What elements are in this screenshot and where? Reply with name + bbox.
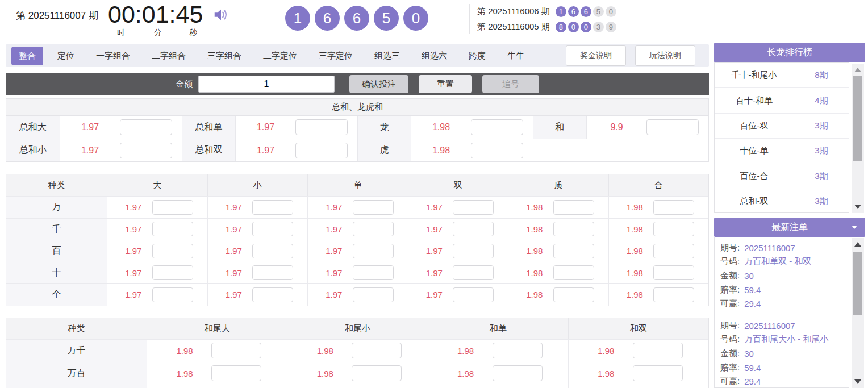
dragon-rank-row[interactable]: 百位-合3期 xyxy=(715,164,849,189)
odds-value: 1.97 xyxy=(422,246,446,256)
rules-info-button[interactable]: 玩法说明 xyxy=(635,45,695,66)
bet-amount-input[interactable] xyxy=(633,343,683,358)
order-entry: 期号:20251116007号码:万百和尾大小 - 和尾小金额:30赔率:59.… xyxy=(715,315,849,388)
play-tab[interactable]: 跨度 xyxy=(461,47,493,65)
order-field-label: 金额: xyxy=(720,348,740,359)
scrollbar[interactable] xyxy=(852,238,864,388)
dragon-rank-row[interactable]: 十位-单3期 xyxy=(715,139,849,164)
bet-amount-input[interactable] xyxy=(471,119,523,135)
play-tab[interactable]: 三字组合 xyxy=(200,47,249,65)
play-tab[interactable]: 定位 xyxy=(50,47,82,65)
chase-number-button[interactable]: 追号 xyxy=(482,75,539,93)
prize-info-button[interactable]: 奖金说明 xyxy=(566,45,626,66)
bet-amount-input[interactable] xyxy=(295,143,348,158)
bet-amount-input[interactable] xyxy=(453,244,494,258)
odds-value: 1.98 xyxy=(313,346,337,356)
bet-amount-input[interactable] xyxy=(653,200,694,215)
bet-amount-input[interactable] xyxy=(252,287,293,302)
bet-amount-input[interactable] xyxy=(353,287,394,302)
bet-amount-input[interactable] xyxy=(653,265,694,280)
bet-amount-input[interactable] xyxy=(471,143,523,158)
bet-cell: 1.98 xyxy=(287,340,428,362)
bet-cell: 1.98 xyxy=(428,340,569,362)
bet-amount-input[interactable] xyxy=(353,244,394,258)
bet-amount-input[interactable] xyxy=(453,222,494,236)
bet-amount-input[interactable] xyxy=(252,265,293,280)
bet-amount-input[interactable] xyxy=(453,200,494,215)
play-tab[interactable]: 二字定位 xyxy=(256,47,304,65)
bet-amount-input[interactable] xyxy=(211,365,261,381)
dragon-rank-row[interactable]: 总和-双3期 xyxy=(715,189,849,213)
order-win-line: 可赢:29.4 xyxy=(720,374,849,388)
bet-amount-input[interactable] xyxy=(553,244,594,258)
bet-amount-input[interactable] xyxy=(211,343,261,358)
bet-amount-input[interactable] xyxy=(353,222,394,236)
play-tab[interactable]: 一字组合 xyxy=(89,47,137,65)
bet-amount-input[interactable] xyxy=(646,119,699,135)
bet-amount-input[interactable] xyxy=(453,265,494,280)
scrollbar[interactable] xyxy=(852,64,864,213)
bet-amount-input[interactable] xyxy=(252,244,293,258)
bet-amount-input[interactable] xyxy=(493,365,542,381)
bet-amount-input[interactable] xyxy=(152,200,193,215)
draw-history: 第 20251116006 期16650第 20251116005 期80039 xyxy=(477,4,616,35)
scroll-up-arrow[interactable] xyxy=(854,242,861,247)
bet-cell: 1.98 xyxy=(147,340,287,362)
history-ball: 9 xyxy=(606,22,616,32)
play-tab[interactable]: 组选三 xyxy=(367,47,407,65)
order-field-value: 20251116007 xyxy=(744,321,795,331)
bet-amount-input[interactable] xyxy=(120,119,172,135)
speaker-icon[interactable] xyxy=(212,6,229,23)
bet-amount-input[interactable] xyxy=(453,287,494,302)
bet-amount-input[interactable] xyxy=(653,287,694,302)
scroll-down-arrow[interactable] xyxy=(854,379,861,384)
play-tab[interactable]: 组选六 xyxy=(414,47,454,65)
dragon-rank-row[interactable]: 百位-双3期 xyxy=(715,114,849,139)
order-field-label: 期号: xyxy=(720,243,740,253)
bet-amount-input[interactable] xyxy=(152,287,193,302)
scroll-thumb[interactable] xyxy=(853,76,862,161)
scroll-up-arrow[interactable] xyxy=(854,68,861,72)
play-tab[interactable]: 牛牛 xyxy=(500,47,532,65)
bet-amount-input[interactable] xyxy=(633,365,683,381)
bet-amount-input[interactable] xyxy=(152,222,193,236)
bet-amount-input[interactable] xyxy=(553,200,594,215)
order-field-value: 59.4 xyxy=(744,285,761,295)
bet-amount-input[interactable] xyxy=(120,143,172,158)
order-field-label: 期号: xyxy=(720,320,740,331)
amount-input[interactable] xyxy=(198,76,335,93)
bet-amount-input[interactable] xyxy=(553,265,594,280)
bet-amount-input[interactable] xyxy=(252,222,293,236)
play-tab[interactable]: 三字定位 xyxy=(311,47,360,65)
bet-cell: 1.97 xyxy=(408,197,509,218)
odds-value: 1.98 xyxy=(523,246,546,256)
bet-amount-input[interactable] xyxy=(152,244,193,258)
bet-amount-input[interactable] xyxy=(353,265,394,280)
scroll-down-arrow[interactable] xyxy=(854,205,861,209)
reset-button[interactable]: 重置 xyxy=(419,75,472,93)
bet-amount-input[interactable] xyxy=(653,244,694,258)
bet-amount-input[interactable] xyxy=(553,222,594,236)
odds-value: 1.98 xyxy=(411,122,471,132)
bet-amount-input[interactable] xyxy=(352,343,402,358)
bet-amount-input[interactable] xyxy=(653,222,694,236)
bet-option-label: 总和双 xyxy=(182,139,236,161)
odds-value: 1.97 xyxy=(236,122,295,132)
bet-amount-input[interactable] xyxy=(553,287,594,302)
confirm-bet-button[interactable]: 确认投注 xyxy=(349,75,408,93)
bet-amount-input[interactable] xyxy=(352,365,402,381)
order-field-value: 30 xyxy=(744,271,754,281)
bet-amount-input[interactable] xyxy=(295,119,348,135)
play-tab[interactable]: 整合 xyxy=(11,47,43,65)
scroll-thumb[interactable] xyxy=(853,252,862,315)
bet-amount-input[interactable] xyxy=(152,265,193,280)
bet-amount-input[interactable] xyxy=(493,343,542,358)
row-label: 万 xyxy=(6,197,107,218)
bet-amount-input[interactable] xyxy=(252,200,293,215)
bet-amount-input[interactable] xyxy=(353,200,394,215)
dragon-rank-row[interactable]: 千十-和尾小8期 xyxy=(715,63,849,88)
play-tab[interactable]: 二字组合 xyxy=(144,47,193,65)
dragon-rank-row[interactable]: 百十-和单4期 xyxy=(715,88,849,113)
order-win-line: 可赢:29.4 xyxy=(720,297,849,311)
collapse-caret-icon[interactable] xyxy=(852,226,857,229)
